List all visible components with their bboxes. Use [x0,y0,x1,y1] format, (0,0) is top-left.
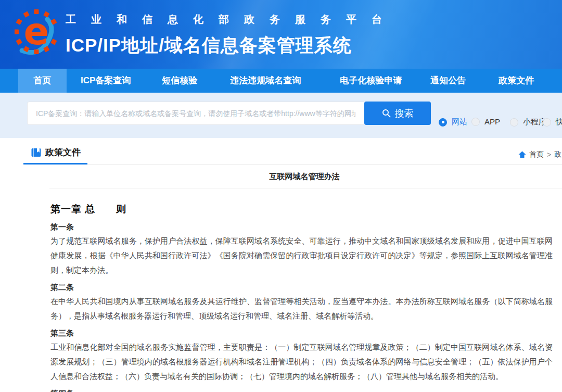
system-title: ICP/IP地址/域名信息备案管理系统 [66,33,397,58]
policy-document-icon [31,148,41,157]
nav-item-sms-verify[interactable]: 短信核验 [162,69,197,93]
nav-item-label: 违法违规域名查询 [230,75,301,85]
radio-app[interactable]: APP [471,117,500,126]
section-divider [23,164,562,165]
search-button-label: 搜索 [395,107,414,120]
nav-item-electronic-verification[interactable]: 电子化核验申请 [340,69,402,93]
radio-label: 网站 [452,117,467,127]
title-divider [49,188,562,188]
radio-circle-icon [471,118,480,126]
nav-item-label: 短信核验 [162,75,197,85]
site-logo: e [15,4,61,62]
radio-label: APP [484,117,500,126]
radio-label: 快 [556,117,562,127]
article: 第一条 为了规范互联网域名服务，保护用户合法权益，保障互联网域名系统安全、可靠运… [50,221,553,277]
article-heading: 第三条 [50,327,553,339]
search-input[interactable] [27,102,364,125]
article-heading: 第一条 [50,221,553,233]
search-icon [382,109,391,118]
nav-item-home[interactable]: 首页 [18,69,67,93]
section-title-tab[interactable]: 政策文件 [45,146,81,158]
breadcrumb-home[interactable]: 首页 [529,150,544,159]
home-icon [518,151,526,158]
radio-website[interactable]: 网站 [439,117,467,127]
nav-item-label: 通知公告 [430,75,466,85]
main-nav: 首页 ICP备案查询 短信核验 违法违规域名查询 电子化核验申请 通知公告 政策… [0,69,562,93]
articles-body: 第一条 为了规范互联网域名服务，保护用户合法权益，保障互联网域名系统安全、可靠运… [50,221,553,392]
chapter-heading: 第一章 总 则 [50,203,126,216]
article-heading: 第二条 [50,282,553,293]
article-text: 在中华人民共和国境内从事互联网域名服务及其运行维护、监督管理等相关活动，应当遵守… [50,294,553,323]
radio-circle-icon [439,118,447,127]
article-text: 为了规范互联网域名服务，保护用户合法权益，保障互联网域名系统安全、可靠运行，推动… [50,234,553,277]
radio-circle-icon [543,118,551,127]
nav-item-label: ICP备案查询 [81,75,131,85]
section-active-underline [23,163,87,165]
search-bar: 搜索 网站 APP 小程序 快 [0,93,562,138]
search-button[interactable]: 搜索 [364,102,431,125]
policy-section: 政策文件 首页 > 政 互联网域名管理办法 第一章 总 则 第一条 为了规范互联… [0,138,562,392]
breadcrumb-current: 政 [554,150,561,159]
nav-item-label: 首页 [34,75,52,85]
logo-e-glyph: e [24,9,49,53]
nav-item-icp-query[interactable]: ICP备案查询 [81,69,131,93]
breadcrumb-separator: > [547,150,551,159]
nav-item-policy-documents[interactable]: 政策文件 [499,69,534,93]
nav-item-label: 电子化核验申请 [340,75,402,85]
radio-mini-program[interactable]: 小程序 [510,117,546,127]
nav-item-illegal-domain-query[interactable]: 违法违规域名查询 [230,69,301,93]
nav-item-notices[interactable]: 通知公告 [430,69,466,93]
app-header: e 工业和信息化部政务服务平台 ICP/IP地址/域名信息备案管理系统 [0,0,562,69]
article: 第三条 工业和信息化部对全国的域名服务实施监督管理，主要职责是：（一）制定互联网… [50,327,553,384]
article: 第二条 在中华人民共和国境内从事互联网域名服务及其运行维护、监督管理等相关活动，… [50,282,553,323]
document-title: 互联网域名管理办法 [47,172,562,182]
article: 第四条 各省、自治区、直辖市通信管理局对本行政区域内的域名服务实施监督管理，主要… [50,388,553,392]
platform-title: 工业和信息化部政务服务平台 [66,12,397,27]
radio-circle-icon [510,118,518,127]
radio-quick-app[interactable]: 快 [543,117,562,127]
article-heading: 第四条 [50,388,553,392]
article-text: 工业和信息化部对全国的域名服务实施监督管理，主要职责是：（一）制定互联网域名管理… [50,340,553,384]
breadcrumb: 首页 > 政 [518,150,561,159]
nav-item-label: 政策文件 [499,75,534,85]
